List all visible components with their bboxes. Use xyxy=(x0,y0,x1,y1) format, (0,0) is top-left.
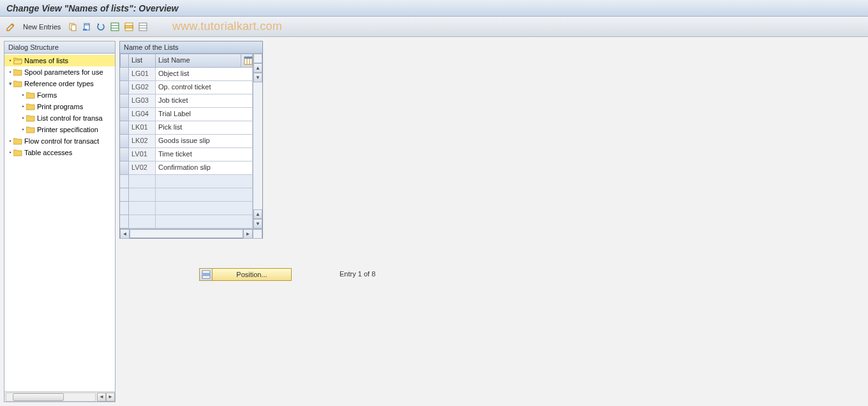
table-v-scrollbar[interactable]: ▲ ▼ ▲ ▼ xyxy=(253,54,262,229)
column-header-listname[interactable]: List Name xyxy=(156,54,241,68)
cell-list-code[interactable]: LK02 xyxy=(129,135,156,148)
scroll-left-button[interactable]: ◄ xyxy=(97,393,106,402)
row-selector[interactable] xyxy=(120,135,129,148)
table-row[interactable]: LG01Object list xyxy=(120,68,253,81)
table-h-scrollbar[interactable]: ◄ ► xyxy=(120,229,262,238)
table-row[interactable]: LG04Trial Label xyxy=(120,108,253,121)
table-row[interactable]: LK02Goods issue slip xyxy=(120,135,253,148)
scrollbar-thumb[interactable] xyxy=(13,393,64,401)
cell-list-name[interactable] xyxy=(156,215,253,229)
column-config-button[interactable] xyxy=(241,54,253,68)
cell-list-code[interactable]: LK01 xyxy=(129,121,156,135)
configure-columns-icon[interactable] xyxy=(244,56,253,65)
row-selector[interactable] xyxy=(120,162,129,175)
tree-node-label: Print programs xyxy=(37,103,83,110)
select-all-icon[interactable] xyxy=(109,21,121,33)
table-row[interactable] xyxy=(120,188,253,202)
cell-list-code[interactable]: LG04 xyxy=(129,108,156,121)
deselect-all-icon[interactable] xyxy=(137,21,149,33)
tree-toggle-icon[interactable]: • xyxy=(20,92,26,98)
cell-list-name[interactable] xyxy=(156,175,253,188)
delete-icon[interactable] xyxy=(81,21,93,33)
row-selector[interactable] xyxy=(120,215,129,229)
table-row[interactable]: LV02Confirmation slip xyxy=(120,162,253,175)
tree-toggle-icon[interactable]: • xyxy=(20,126,26,133)
scrollbar-track[interactable] xyxy=(6,393,96,402)
toggle-display-change-icon[interactable] xyxy=(5,21,17,33)
row-selector[interactable] xyxy=(120,94,129,108)
table-row[interactable] xyxy=(120,202,253,215)
tree-node[interactable]: ▾ Reference order types xyxy=(4,78,115,89)
table-row[interactable]: LK01Pick list xyxy=(120,121,253,135)
cell-list-code[interactable]: LV02 xyxy=(129,162,156,175)
table-row[interactable] xyxy=(120,175,253,188)
cell-list-code[interactable]: LG02 xyxy=(129,81,156,94)
cell-list-name[interactable] xyxy=(156,202,253,215)
row-selector[interactable] xyxy=(120,68,129,81)
tree-node[interactable]: • Table accesses xyxy=(4,147,115,158)
tree-h-scrollbar[interactable]: ◄ ► xyxy=(4,391,115,402)
scroll-left-button[interactable]: ◄ xyxy=(120,229,130,239)
position-button[interactable]: Position... xyxy=(199,268,292,281)
copy-as-icon[interactable] xyxy=(67,21,79,33)
scroll-down-button-2[interactable]: ▼ xyxy=(253,219,262,229)
scroll-right-button[interactable]: ► xyxy=(243,229,253,239)
cell-list-name[interactable]: Time ticket xyxy=(156,148,253,162)
cell-list-code[interactable]: LG01 xyxy=(129,68,156,81)
cell-list-code[interactable] xyxy=(129,215,156,229)
new-entries-button[interactable]: New Entries xyxy=(19,23,64,31)
cell-list-code[interactable] xyxy=(129,175,156,188)
cell-list-name[interactable]: Op. control ticket xyxy=(156,81,253,94)
row-selector[interactable] xyxy=(120,202,129,215)
scroll-up-button-2[interactable]: ▲ xyxy=(253,209,262,219)
cell-list-code[interactable] xyxy=(129,188,156,202)
scrollbar-track[interactable] xyxy=(130,229,243,238)
tree-node[interactable]: • Flow control for transact xyxy=(4,135,115,147)
table-row[interactable]: LV01Time ticket xyxy=(120,148,253,162)
cell-list-code[interactable]: LG03 xyxy=(129,94,156,108)
select-block-icon[interactable] xyxy=(123,21,135,33)
tree-header: Dialog Structure xyxy=(4,41,115,54)
cell-list-code[interactable]: LV01 xyxy=(129,148,156,162)
folder-icon xyxy=(13,80,22,87)
row-selector[interactable] xyxy=(120,175,129,188)
tree-toggle-icon[interactable]: • xyxy=(7,149,13,156)
tree-toggle-icon[interactable]: • xyxy=(20,115,26,121)
tree-node[interactable]: • Forms xyxy=(4,89,115,101)
table-row[interactable]: LG02Op. control ticket xyxy=(120,81,253,94)
table-row[interactable]: LG03Job ticket xyxy=(120,94,253,108)
tree-toggle-icon[interactable]: • xyxy=(7,57,13,64)
tree-toggle-icon[interactable]: • xyxy=(7,69,13,75)
column-header-select[interactable] xyxy=(120,54,129,68)
tree-node[interactable]: • Names of lists xyxy=(4,55,115,66)
row-selector[interactable] xyxy=(120,121,129,135)
tree-toggle-icon[interactable]: ▾ xyxy=(7,80,13,87)
column-header-list[interactable]: List xyxy=(129,54,156,68)
row-selector[interactable] xyxy=(120,148,129,162)
tree-node[interactable]: • Print programs xyxy=(4,101,115,112)
cell-list-name[interactable]: Pick list xyxy=(156,121,253,135)
row-selector[interactable] xyxy=(120,81,129,94)
scroll-up-button[interactable]: ▲ xyxy=(253,63,262,73)
row-selector[interactable] xyxy=(120,108,129,121)
cell-list-name[interactable] xyxy=(156,188,253,202)
tree-node[interactable]: • Printer specification xyxy=(4,124,115,135)
table-row[interactable] xyxy=(120,215,253,229)
row-selector[interactable] xyxy=(120,188,129,202)
page-title: Change View "Names of lists": Overview xyxy=(6,3,179,13)
cell-list-name[interactable]: Confirmation slip xyxy=(156,162,253,175)
cell-list-name[interactable]: Goods issue slip xyxy=(156,135,253,148)
cell-list-name[interactable]: Object list xyxy=(156,68,253,81)
scroll-right-button[interactable]: ► xyxy=(106,393,115,402)
tree-toggle-icon[interactable]: • xyxy=(7,138,13,144)
undo-change-icon[interactable] xyxy=(95,21,107,33)
table-grid: List List Name LG01Object listLG02Op. co… xyxy=(120,54,253,229)
cell-list-name[interactable]: Trial Label xyxy=(156,108,253,121)
cell-list-name[interactable]: Job ticket xyxy=(156,94,253,108)
scrollbar-track[interactable] xyxy=(253,82,262,209)
tree-toggle-icon[interactable]: • xyxy=(20,103,26,110)
tree-node[interactable]: • Spool parameters for use xyxy=(4,66,115,78)
cell-list-code[interactable] xyxy=(129,202,156,215)
tree-node[interactable]: • List control for transa xyxy=(4,112,115,124)
scroll-down-button[interactable]: ▼ xyxy=(253,73,262,82)
